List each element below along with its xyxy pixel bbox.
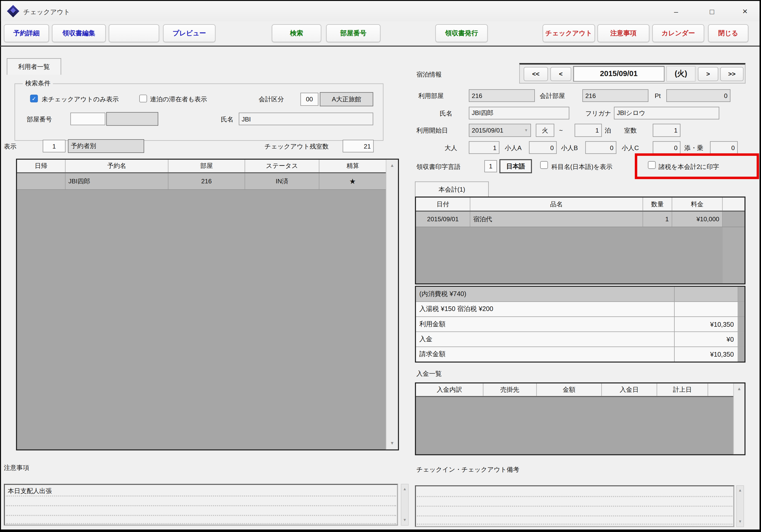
totals-value: ¥10,350 <box>674 317 738 331</box>
date-first-button[interactable]: << <box>524 67 548 81</box>
toolbar-room-number-button[interactable]: 部屋番号 <box>326 24 380 42</box>
furigana-field[interactable]: JBIシロウ <box>614 107 719 119</box>
guest-table-header-settlement[interactable]: 精算 <box>319 160 386 172</box>
toolbar-calendar-button[interactable]: カレンダー <box>652 24 704 42</box>
scroll-down-icon[interactable]: ▼ <box>737 520 743 524</box>
guest-cell-daytrip <box>17 173 66 189</box>
display-mode-box[interactable]: 予約者別 <box>68 139 144 153</box>
toolbar-close-button[interactable]: 閉じる <box>708 24 748 42</box>
billing-row[interactable]: 2015/09/01 宿泊代 1 ¥10,000 <box>416 212 744 227</box>
consecutive-stay-checkbox[interactable] <box>139 95 147 102</box>
remarks-section-label: チェックイン・チェックアウト備考 <box>417 466 519 473</box>
scroll-up-icon[interactable]: ▲ <box>386 163 398 168</box>
totals-row-consumption-tax: (内消費税 ¥740) <box>416 287 744 302</box>
scroll-down-icon[interactable]: ▼ <box>386 441 398 445</box>
toolbar-receipt-issue-button[interactable]: 領収書発行 <box>435 24 488 42</box>
date-display[interactable]: 2015/09/01 <box>573 66 665 82</box>
toolbar-checkout-button[interactable]: チェックアウト <box>543 24 595 42</box>
toolbar-search-button[interactable]: 検索 <box>272 24 321 42</box>
guest-table-row[interactable]: JBI四郎 216 IN済 ★ <box>17 173 398 190</box>
window-frame-right <box>759 0 761 532</box>
nights-unit-label: 泊 <box>605 127 611 134</box>
remarks-scrollbar[interactable]: ▲ ▼ <box>736 485 744 527</box>
date-prev-button[interactable]: < <box>550 67 571 81</box>
notes-textarea[interactable]: 本日支配人出張 <box>4 484 398 526</box>
totals-row-deposit: 入金 ¥0 <box>416 332 744 347</box>
toolbar-preview-button[interactable]: プレビュー <box>163 24 215 42</box>
stay-name-field[interactable]: JBI四郎 <box>469 107 569 119</box>
account-class-name-box[interactable]: A大正旅館 <box>320 92 373 106</box>
minimize-button[interactable]: – <box>665 4 687 18</box>
room-count-field[interactable]: 1 <box>653 124 680 137</box>
room-count-label: 室数 <box>624 127 637 134</box>
account-room-field[interactable]: 216 <box>582 89 648 102</box>
use-room-label: 利用部屋 <box>418 92 443 99</box>
subject-name-jp-checkbox[interactable] <box>540 161 548 169</box>
tab-main-account[interactable]: 本会計(1) <box>415 182 489 197</box>
scroll-up-icon[interactable]: ▲ <box>737 489 743 493</box>
stay-info-label: 宿泊情報 <box>417 72 442 79</box>
use-room-field[interactable]: 216 <box>469 89 535 102</box>
payments-header-deposit-date[interactable]: 入金日 <box>602 384 657 396</box>
remarks-textarea[interactable] <box>415 485 734 527</box>
notes-section-label: 注意事項 <box>4 464 29 471</box>
title-bar: チェックアウト – □ × <box>1 1 760 22</box>
totals-label: (内消費税 ¥740) <box>416 287 674 301</box>
pt-field[interactable]: 0 <box>666 89 730 102</box>
guest-table-scrollbar[interactable]: ▲ ▼ <box>386 160 398 449</box>
tab-guest-list[interactable]: 利用者一覧 <box>7 58 61 75</box>
guest-table-header-room[interactable]: 部屋 <box>168 160 245 172</box>
display-value-field[interactable]: 1 <box>43 140 66 152</box>
nights-field[interactable]: 1 <box>574 124 602 137</box>
billing-header-date[interactable]: 日付 <box>416 198 470 211</box>
escort-field[interactable]: 0 <box>710 141 737 154</box>
payments-scrollbar[interactable]: ▲ <box>733 384 744 454</box>
dropdown-icon[interactable]: ▼ <box>524 128 528 133</box>
close-button[interactable]: × <box>734 4 756 18</box>
consecutive-stay-label: 連泊の滞在者も表示 <box>150 96 207 103</box>
adult-field[interactable]: 1 <box>469 141 499 154</box>
guest-table-header-daytrip[interactable]: 日帰 <box>17 160 66 172</box>
start-date-label: 利用開始日 <box>417 127 448 134</box>
guest-table-header-reservation[interactable]: 予約名 <box>66 160 168 172</box>
toolbar-blank-button[interactable] <box>109 24 159 42</box>
notes-scrollbar[interactable]: ▲ ▼ <box>401 484 409 526</box>
maximize-button[interactable]: □ <box>701 4 723 18</box>
toolbar-notes-button[interactable]: 注意事項 <box>598 24 649 42</box>
date-next-button[interactable]: > <box>698 67 718 81</box>
account-class-code-field[interactable]: 00 <box>300 92 319 106</box>
scroll-up-icon[interactable]: ▲ <box>734 387 744 391</box>
guest-table-header-status[interactable]: ステータス <box>245 160 319 172</box>
date-last-button[interactable]: >> <box>720 67 743 81</box>
guest-table: 日帰 予約名 部屋 ステータス 精算 JBI四郎 216 IN済 ★ ▲ ▼ <box>16 158 399 450</box>
toolbar-receipt-edit-button[interactable]: 領収書編集 <box>52 24 106 42</box>
payments-header-breakdown[interactable]: 入金内訳 <box>416 384 484 396</box>
scroll-up-icon[interactable]: ▲ <box>401 487 408 491</box>
receipt-lang-label: 領収書印字言語 <box>417 163 461 170</box>
payments-header-record-date[interactable]: 計上日 <box>657 384 708 396</box>
payments-header-amount[interactable]: 金額 <box>537 384 602 396</box>
totals-row-bath-tax: 入湯税 ¥150 宿泊税 ¥200 <box>416 302 744 317</box>
scroll-down-icon[interactable]: ▼ <box>401 518 408 522</box>
toolbar-reservation-detail-button[interactable]: 予約詳細 <box>4 24 49 42</box>
room-number-code-field[interactable] <box>70 113 105 125</box>
child-c-field[interactable]: 0 <box>653 141 680 154</box>
adult-label: 大人 <box>444 145 457 151</box>
billing-totals: (内消費税 ¥740) 入湯税 ¥150 宿泊税 ¥200 利用金額 ¥10,3… <box>415 286 745 362</box>
check-icon: ✓ <box>32 95 36 102</box>
account-room-label: 会計部屋 <box>540 92 565 99</box>
billing-header-price[interactable]: 料金 <box>672 198 723 211</box>
receipt-lang-code-field[interactable]: 1 <box>484 160 497 172</box>
unchecked-out-only-checkbox[interactable]: ✓ <box>30 95 38 102</box>
child-a-field[interactable]: 0 <box>529 141 556 154</box>
room-number-name-box[interactable] <box>106 112 158 126</box>
start-date-field[interactable]: 2015/09/01 ▼ <box>469 124 531 137</box>
receipt-lang-name-box[interactable]: 日本語 <box>499 159 532 173</box>
guest-name-field[interactable]: JBI <box>239 113 373 125</box>
subject-name-jp-label: 科目名(日本語)を表示 <box>551 163 613 170</box>
payments-header-receivable[interactable]: 売掛先 <box>483 384 537 396</box>
child-b-field[interactable]: 0 <box>585 141 616 154</box>
billing-header-item[interactable]: 品名 <box>470 198 643 211</box>
billing-header-qty[interactable]: 数量 <box>643 198 672 211</box>
toolbar-divider <box>0 46 761 47</box>
